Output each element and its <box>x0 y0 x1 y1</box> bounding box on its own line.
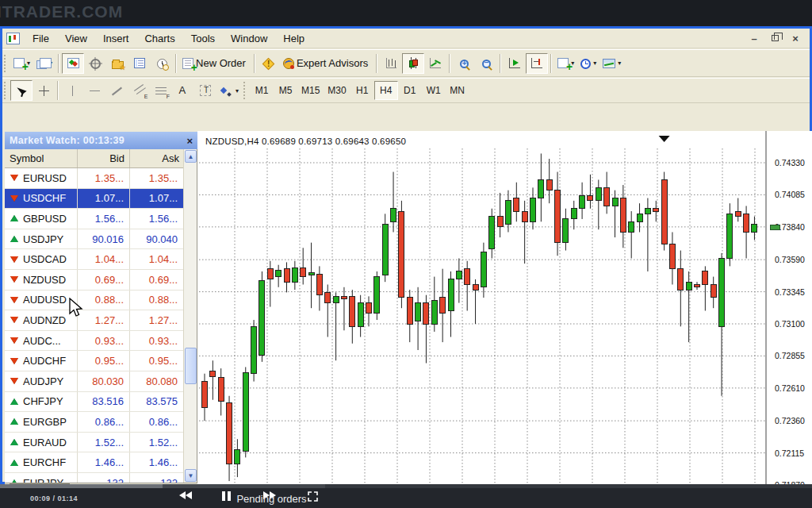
shapes-button[interactable]: ▾ <box>216 80 242 101</box>
symbol-label: AUDUSD <box>23 294 67 306</box>
market-watch-scrollbar[interactable]: ▲ ▼ <box>183 149 197 483</box>
bar-chart-button[interactable] <box>380 53 402 74</box>
symbol-cell: EURAUD <box>5 433 78 452</box>
symbol-label: GBPUSD <box>23 213 67 225</box>
table-row-nzdusd[interactable]: NZDUSD0.69...0.69... <box>5 270 184 291</box>
symbol-cell: AUDUSD <box>5 291 78 310</box>
table-row-euraud[interactable]: EURAUD1.52...1.52... <box>5 433 184 453</box>
trendline-button[interactable] <box>105 80 128 101</box>
menu-insert[interactable]: Insert <box>95 29 137 48</box>
indicators-button[interactable]: ▾ <box>554 53 577 74</box>
table-row-usdcad[interactable]: USDCAD1.04...1.04... <box>5 249 184 270</box>
video-progress-bar[interactable] <box>0 484 812 488</box>
market-watch-header: Symbol Bid Ask <box>5 149 184 168</box>
hline-button[interactable] <box>83 80 105 101</box>
vline-button[interactable] <box>61 80 83 101</box>
mouse-cursor-icon <box>68 298 84 318</box>
menu-tools[interactable]: Tools <box>183 29 223 48</box>
column-ask[interactable]: Ask <box>130 149 184 167</box>
table-row-gbpusd[interactable]: GBPUSD1.56...1.56... <box>5 209 184 229</box>
table-row-usdjpy[interactable]: USDJPY90.01690.040 <box>5 229 184 250</box>
table-row-eurchf[interactable]: EURCHF1.46...1.46... <box>5 452 184 473</box>
timeframe-m5[interactable]: M5 <box>274 81 297 100</box>
scroll-down-icon[interactable]: ▼ <box>185 469 197 482</box>
dropdown-arrow-icon[interactable]: ▾ <box>236 87 239 94</box>
toolbar-grip[interactable] <box>4 55 8 72</box>
zoom-in-icon <box>460 60 469 68</box>
zoom-in-button[interactable] <box>453 53 475 74</box>
table-row-audusd[interactable]: AUDUSD0.88...0.88... <box>5 291 184 311</box>
timeframe-m15[interactable]: M15 <box>297 81 324 100</box>
text-label-button[interactable] <box>194 80 216 101</box>
ask-cell: 0.95... <box>130 351 184 371</box>
dropdown-arrow-icon[interactable]: ▾ <box>593 60 596 67</box>
candle-chart-button[interactable] <box>402 53 424 74</box>
timeframe-m30[interactable]: M30 <box>324 81 350 100</box>
bid-cell: 1.52... <box>78 433 130 452</box>
line-chart-button[interactable] <box>424 53 446 74</box>
market-watch-close-icon[interactable]: × <box>186 136 193 146</box>
symbol-cell: EURGBP <box>5 412 78 432</box>
restore-button[interactable] <box>767 32 783 44</box>
menu-file[interactable]: File <box>25 29 57 48</box>
fibonacci-button[interactable] <box>150 80 172 101</box>
table-row-eurjpy[interactable]: EURJPY132132 <box>5 473 184 483</box>
candlestick-chart[interactable] <box>197 131 771 504</box>
menu-window[interactable]: Window <box>223 29 275 48</box>
table-row-audc[interactable]: AUDC...0.93...0.93... <box>5 331 184 352</box>
market-watch-titlebar[interactable]: Market Watch: 00:13:39 × <box>5 132 197 149</box>
timeframe-h1[interactable]: H1 <box>350 81 374 100</box>
crosshair2-button[interactable] <box>33 80 55 101</box>
chart-area[interactable]: NZDUSD,H4 0.69689 0.69713 0.69643 0.6965… <box>197 131 812 504</box>
table-row-eurusd[interactable]: EURUSD1.35...1.35... <box>5 168 184 189</box>
crosshair-tool-button[interactable] <box>84 53 106 74</box>
table-row-eurgbp[interactable]: EURGBP0.86...0.86... <box>5 412 184 433</box>
toolbar-grip[interactable] <box>4 82 8 99</box>
minimize-button[interactable]: – <box>746 32 762 44</box>
symbol-cell: GBPUSD <box>5 209 78 229</box>
channel-button[interactable] <box>128 80 150 101</box>
tester-button[interactable] <box>151 53 173 74</box>
column-symbol[interactable]: Symbol <box>5 149 78 167</box>
profiles-button[interactable]: ▾ <box>33 53 56 74</box>
table-row-audnzd[interactable]: AUDNZD1.27...1.27... <box>5 310 184 331</box>
periods-button[interactable]: ▾ <box>577 53 599 74</box>
new-order-button[interactable]: New Order <box>179 53 251 74</box>
auto-scroll-button[interactable] <box>504 53 526 74</box>
toolbar-separator <box>500 54 501 73</box>
timeframe-m1[interactable]: M1 <box>250 81 274 100</box>
toolbar-separator <box>175 54 177 73</box>
symbol-label: AUDJPY <box>23 375 63 387</box>
timeframe-w1[interactable]: W1 <box>422 81 446 100</box>
folder-star-button[interactable] <box>106 53 128 74</box>
zoom-out-button[interactable] <box>475 53 497 74</box>
table-row-audjpy[interactable]: AUDJPY80.03080.080 <box>5 371 184 392</box>
timeframe-mn[interactable]: MN <box>446 81 469 100</box>
text-button[interactable] <box>172 80 194 101</box>
toolbar-separator <box>550 54 552 73</box>
templates-button[interactable]: ▾ <box>599 53 624 74</box>
expert-advisors-button[interactable]: Expert Advisors <box>280 53 373 74</box>
scrollbar-thumb[interactable] <box>185 348 197 384</box>
table-row-audchf[interactable]: AUDCHF0.95...0.95... <box>5 351 184 371</box>
menu-charts[interactable]: Charts <box>136 29 182 48</box>
new-chart-button[interactable]: ▾ <box>10 53 33 74</box>
table-row-usdchf[interactable]: USDCHF1.07...1.07... <box>5 189 184 210</box>
timeframe-d1[interactable]: D1 <box>398 81 422 100</box>
menu-view[interactable]: View <box>57 29 95 48</box>
chart-shift-button[interactable] <box>526 53 548 74</box>
chart-mode-button[interactable] <box>62 53 84 74</box>
menu-help[interactable]: Help <box>275 29 312 48</box>
bid-cell: 80.030 <box>78 371 130 391</box>
warning-button[interactable] <box>258 53 280 74</box>
cursor-button[interactable] <box>10 80 33 101</box>
timeframe-h4[interactable]: H4 <box>374 81 398 100</box>
list-button[interactable] <box>128 53 151 74</box>
dropdown-arrow-icon[interactable]: ▾ <box>618 60 621 67</box>
scroll-up-icon[interactable]: ▲ <box>185 150 197 163</box>
close-button[interactable]: × <box>787 32 803 44</box>
toolbar-grip[interactable] <box>243 82 247 99</box>
table-row-chfjpy[interactable]: CHFJPY83.51683.575 <box>5 392 184 413</box>
column-bid[interactable]: Bid <box>78 149 130 167</box>
tester-icon <box>157 59 167 69</box>
